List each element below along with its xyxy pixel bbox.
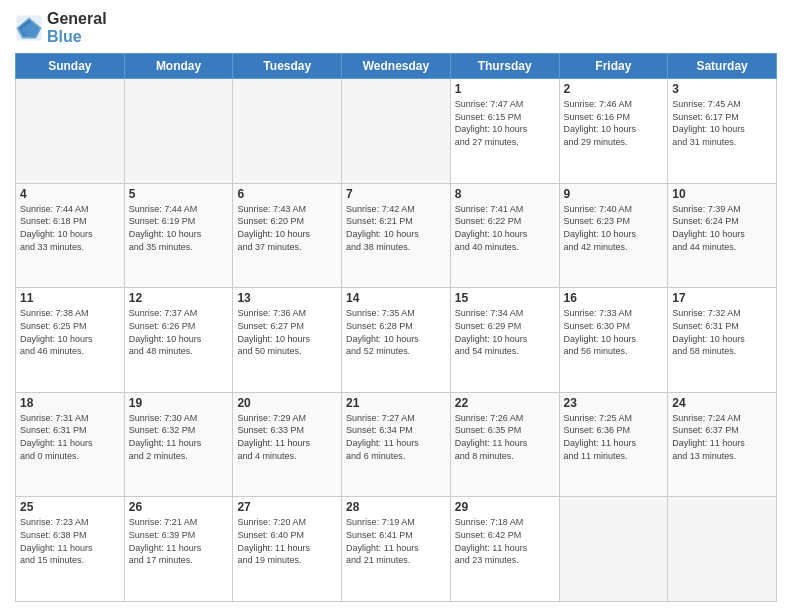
calendar-cell: 3Sunrise: 7:45 AM Sunset: 6:17 PM Daylig… [668,79,777,184]
calendar-cell: 10Sunrise: 7:39 AM Sunset: 6:24 PM Dayli… [668,183,777,288]
day-info: Sunrise: 7:32 AM Sunset: 6:31 PM Dayligh… [672,307,772,357]
calendar-cell: 26Sunrise: 7:21 AM Sunset: 6:39 PM Dayli… [124,497,233,602]
day-info: Sunrise: 7:30 AM Sunset: 6:32 PM Dayligh… [129,412,229,462]
calendar-cell [124,79,233,184]
calendar-cell: 2Sunrise: 7:46 AM Sunset: 6:16 PM Daylig… [559,79,668,184]
calendar-week-2: 4Sunrise: 7:44 AM Sunset: 6:18 PM Daylig… [16,183,777,288]
day-number: 4 [20,187,120,201]
day-info: Sunrise: 7:24 AM Sunset: 6:37 PM Dayligh… [672,412,772,462]
calendar-week-5: 25Sunrise: 7:23 AM Sunset: 6:38 PM Dayli… [16,497,777,602]
day-number: 14 [346,291,446,305]
day-number: 21 [346,396,446,410]
weekday-header-friday: Friday [559,54,668,79]
day-number: 27 [237,500,337,514]
calendar-cell: 1Sunrise: 7:47 AM Sunset: 6:15 PM Daylig… [450,79,559,184]
weekday-header-wednesday: Wednesday [342,54,451,79]
calendar-cell: 27Sunrise: 7:20 AM Sunset: 6:40 PM Dayli… [233,497,342,602]
day-info: Sunrise: 7:18 AM Sunset: 6:42 PM Dayligh… [455,516,555,566]
day-number: 28 [346,500,446,514]
calendar: SundayMondayTuesdayWednesdayThursdayFrid… [15,53,777,602]
day-number: 13 [237,291,337,305]
day-info: Sunrise: 7:34 AM Sunset: 6:29 PM Dayligh… [455,307,555,357]
day-info: Sunrise: 7:36 AM Sunset: 6:27 PM Dayligh… [237,307,337,357]
calendar-cell: 17Sunrise: 7:32 AM Sunset: 6:31 PM Dayli… [668,288,777,393]
calendar-cell: 7Sunrise: 7:42 AM Sunset: 6:21 PM Daylig… [342,183,451,288]
header: General Blue [15,10,777,45]
day-number: 25 [20,500,120,514]
day-number: 5 [129,187,229,201]
calendar-week-3: 11Sunrise: 7:38 AM Sunset: 6:25 PM Dayli… [16,288,777,393]
calendar-cell: 9Sunrise: 7:40 AM Sunset: 6:23 PM Daylig… [559,183,668,288]
logo-text-blue: Blue [47,28,107,46]
logo-text-general: General [47,10,107,28]
day-info: Sunrise: 7:27 AM Sunset: 6:34 PM Dayligh… [346,412,446,462]
day-number: 6 [237,187,337,201]
day-number: 10 [672,187,772,201]
day-info: Sunrise: 7:46 AM Sunset: 6:16 PM Dayligh… [564,98,664,148]
day-info: Sunrise: 7:44 AM Sunset: 6:18 PM Dayligh… [20,203,120,253]
day-info: Sunrise: 7:37 AM Sunset: 6:26 PM Dayligh… [129,307,229,357]
calendar-cell: 13Sunrise: 7:36 AM Sunset: 6:27 PM Dayli… [233,288,342,393]
weekday-header-tuesday: Tuesday [233,54,342,79]
calendar-cell [668,497,777,602]
calendar-cell: 28Sunrise: 7:19 AM Sunset: 6:41 PM Dayli… [342,497,451,602]
calendar-cell [559,497,668,602]
day-info: Sunrise: 7:20 AM Sunset: 6:40 PM Dayligh… [237,516,337,566]
day-number: 16 [564,291,664,305]
day-info: Sunrise: 7:42 AM Sunset: 6:21 PM Dayligh… [346,203,446,253]
day-number: 23 [564,396,664,410]
day-info: Sunrise: 7:19 AM Sunset: 6:41 PM Dayligh… [346,516,446,566]
day-number: 17 [672,291,772,305]
day-info: Sunrise: 7:40 AM Sunset: 6:23 PM Dayligh… [564,203,664,253]
calendar-cell [342,79,451,184]
day-info: Sunrise: 7:47 AM Sunset: 6:15 PM Dayligh… [455,98,555,148]
day-number: 18 [20,396,120,410]
logo: General Blue [15,10,107,45]
day-number: 2 [564,82,664,96]
day-number: 8 [455,187,555,201]
day-info: Sunrise: 7:26 AM Sunset: 6:35 PM Dayligh… [455,412,555,462]
calendar-cell: 14Sunrise: 7:35 AM Sunset: 6:28 PM Dayli… [342,288,451,393]
calendar-cell: 29Sunrise: 7:18 AM Sunset: 6:42 PM Dayli… [450,497,559,602]
day-number: 15 [455,291,555,305]
day-info: Sunrise: 7:31 AM Sunset: 6:31 PM Dayligh… [20,412,120,462]
calendar-cell [233,79,342,184]
calendar-cell: 8Sunrise: 7:41 AM Sunset: 6:22 PM Daylig… [450,183,559,288]
calendar-cell: 25Sunrise: 7:23 AM Sunset: 6:38 PM Dayli… [16,497,125,602]
day-number: 19 [129,396,229,410]
calendar-week-1: 1Sunrise: 7:47 AM Sunset: 6:15 PM Daylig… [16,79,777,184]
day-number: 3 [672,82,772,96]
day-number: 29 [455,500,555,514]
calendar-cell: 12Sunrise: 7:37 AM Sunset: 6:26 PM Dayli… [124,288,233,393]
day-info: Sunrise: 7:35 AM Sunset: 6:28 PM Dayligh… [346,307,446,357]
weekday-header-saturday: Saturday [668,54,777,79]
calendar-cell: 5Sunrise: 7:44 AM Sunset: 6:19 PM Daylig… [124,183,233,288]
calendar-cell: 22Sunrise: 7:26 AM Sunset: 6:35 PM Dayli… [450,392,559,497]
day-info: Sunrise: 7:29 AM Sunset: 6:33 PM Dayligh… [237,412,337,462]
day-number: 11 [20,291,120,305]
day-info: Sunrise: 7:45 AM Sunset: 6:17 PM Dayligh… [672,98,772,148]
weekday-header-sunday: Sunday [16,54,125,79]
day-number: 9 [564,187,664,201]
day-number: 12 [129,291,229,305]
day-number: 22 [455,396,555,410]
day-info: Sunrise: 7:41 AM Sunset: 6:22 PM Dayligh… [455,203,555,253]
calendar-week-4: 18Sunrise: 7:31 AM Sunset: 6:31 PM Dayli… [16,392,777,497]
day-info: Sunrise: 7:33 AM Sunset: 6:30 PM Dayligh… [564,307,664,357]
calendar-cell: 21Sunrise: 7:27 AM Sunset: 6:34 PM Dayli… [342,392,451,497]
page: General Blue SundayMondayTuesdayWednesda… [0,0,792,612]
calendar-cell: 20Sunrise: 7:29 AM Sunset: 6:33 PM Dayli… [233,392,342,497]
calendar-cell: 18Sunrise: 7:31 AM Sunset: 6:31 PM Dayli… [16,392,125,497]
calendar-cell: 23Sunrise: 7:25 AM Sunset: 6:36 PM Dayli… [559,392,668,497]
calendar-cell: 15Sunrise: 7:34 AM Sunset: 6:29 PM Dayli… [450,288,559,393]
day-info: Sunrise: 7:25 AM Sunset: 6:36 PM Dayligh… [564,412,664,462]
weekday-header-monday: Monday [124,54,233,79]
day-info: Sunrise: 7:39 AM Sunset: 6:24 PM Dayligh… [672,203,772,253]
calendar-cell: 24Sunrise: 7:24 AM Sunset: 6:37 PM Dayli… [668,392,777,497]
calendar-cell: 4Sunrise: 7:44 AM Sunset: 6:18 PM Daylig… [16,183,125,288]
weekday-header-thursday: Thursday [450,54,559,79]
day-number: 1 [455,82,555,96]
calendar-header-row: SundayMondayTuesdayWednesdayThursdayFrid… [16,54,777,79]
calendar-cell: 19Sunrise: 7:30 AM Sunset: 6:32 PM Dayli… [124,392,233,497]
day-info: Sunrise: 7:38 AM Sunset: 6:25 PM Dayligh… [20,307,120,357]
